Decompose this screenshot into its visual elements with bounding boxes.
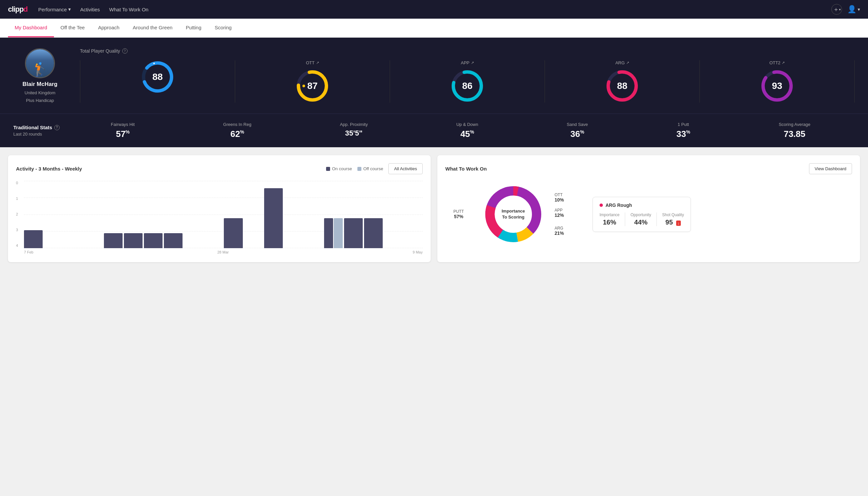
arg-score-number: 88 bbox=[617, 81, 627, 91]
bar-on-6 bbox=[144, 233, 162, 248]
bar-group-19 bbox=[404, 247, 423, 248]
top-navigation: clippd Performance ▾ Activities What To … bbox=[0, 0, 868, 19]
svg-point-10 bbox=[621, 71, 624, 73]
x-label-feb: 7 Feb bbox=[24, 250, 33, 254]
on-course-dot bbox=[326, 167, 330, 171]
arg-ring: 88 bbox=[605, 69, 639, 103]
chevron-down-icon: ▾ bbox=[839, 7, 841, 11]
bar-group-16 bbox=[344, 218, 363, 248]
y-axis: 4 3 2 1 0 bbox=[16, 181, 18, 248]
donut-section: PUTT 57% Importance To Scoring bbox=[445, 181, 852, 248]
bar-group-9 bbox=[204, 247, 222, 248]
plus-icon: ＋ bbox=[833, 5, 839, 13]
activity-controls: On course Off course All Activities bbox=[326, 163, 423, 174]
bar-off-15 bbox=[334, 218, 343, 248]
tab-around-the-green[interactable]: Around the Green bbox=[126, 19, 179, 37]
all-activities-button[interactable]: All Activities bbox=[388, 163, 423, 174]
activity-card: Activity - 3 Months - Weekly On course O… bbox=[8, 155, 431, 262]
help-icon[interactable]: ? bbox=[122, 48, 128, 53]
stat-up-down-label: Up & Down bbox=[456, 122, 478, 127]
bar-group-2 bbox=[64, 247, 83, 248]
nav-links: Performance ▾ Activities What To Work On bbox=[38, 5, 821, 14]
x-label-mar: 28 Mar bbox=[217, 250, 228, 254]
bottom-section: Activity - 3 Months - Weekly On course O… bbox=[0, 147, 868, 270]
bar-empty-3 bbox=[84, 247, 102, 248]
bar-group-0 bbox=[24, 230, 43, 248]
x-axis: 7 Feb 28 Mar 9 May bbox=[16, 250, 423, 254]
bar-group-12 bbox=[264, 188, 283, 248]
ott-label: OTT ↗ bbox=[306, 60, 319, 65]
activity-title: Activity - 3 Months - Weekly bbox=[16, 166, 82, 172]
app-score-number: 86 bbox=[462, 81, 472, 91]
app-ring: 86 bbox=[451, 69, 484, 103]
add-button[interactable]: ＋ ▾ bbox=[831, 4, 842, 15]
profile-name: Blair McHarg bbox=[23, 81, 58, 88]
bar-empty-18 bbox=[384, 247, 403, 248]
stat-up-down-value: 45% bbox=[456, 129, 478, 139]
score-ott: OTT ↗ 87 bbox=[235, 60, 390, 103]
bar-group-11 bbox=[244, 247, 263, 248]
putt-arrow-icon: ↗ bbox=[782, 61, 785, 65]
bar-empty-9 bbox=[204, 247, 222, 248]
bar-on-4 bbox=[104, 233, 123, 248]
tab-scoring[interactable]: Scoring bbox=[208, 19, 238, 37]
bar-group-13 bbox=[284, 247, 303, 248]
bar-group-4 bbox=[104, 233, 123, 248]
logo[interactable]: clippd bbox=[8, 5, 28, 14]
down-badge: ↓ bbox=[676, 220, 681, 226]
shot-quality-value: 95 ↓ bbox=[662, 218, 684, 226]
profile-country: United Kingdom bbox=[25, 90, 56, 95]
legend-on-course: On course bbox=[326, 166, 352, 171]
total-score-number: 88 bbox=[152, 72, 162, 82]
putt-label: OTT2 ↗ bbox=[769, 60, 785, 65]
nav-performance[interactable]: Performance ▾ bbox=[38, 5, 71, 14]
bar-on-12 bbox=[264, 188, 283, 248]
nav-what-to-work-on[interactable]: What To Work On bbox=[109, 5, 148, 14]
chart-area: 4 3 2 1 0 bbox=[16, 181, 423, 248]
ott-arrow-icon: ↗ bbox=[316, 61, 319, 65]
profile-handicap: Plus Handicap bbox=[26, 98, 54, 103]
work-title: What To Work On bbox=[445, 166, 487, 172]
stat-greens-label: Greens In Reg bbox=[223, 122, 251, 127]
bars-group bbox=[24, 188, 423, 248]
tab-approach[interactable]: Approach bbox=[91, 19, 126, 37]
tab-my-dashboard[interactable]: My Dashboard bbox=[8, 19, 54, 37]
stat-sand-save: Sand Save 36% bbox=[567, 122, 588, 139]
tab-off-the-tee[interactable]: Off the Tee bbox=[54, 19, 92, 37]
user-menu-button[interactable]: 👤 ▾ bbox=[847, 5, 860, 14]
opportunity-metric: Opportunity 44% bbox=[631, 213, 651, 226]
trad-help-icon[interactable]: ? bbox=[54, 125, 60, 130]
score-total: 88 bbox=[80, 60, 235, 103]
stat-scoring-avg: Scoring Average 73.85 bbox=[779, 122, 810, 139]
bar-group-5 bbox=[124, 233, 143, 248]
chevron-down-icon: ▾ bbox=[858, 7, 860, 12]
work-card-header: What To Work On View Dashboard bbox=[445, 163, 852, 174]
nav-activities[interactable]: Activities bbox=[80, 5, 100, 14]
importance-metric: Importance 16% bbox=[600, 213, 619, 226]
score-arg: ARG ↗ 88 bbox=[545, 60, 700, 103]
trad-title-section: Traditional Stats ? Last 20 rounds bbox=[13, 125, 67, 137]
bar-on-10 bbox=[224, 218, 242, 248]
shot-quality-metric: Shot Quality 95 ↓ bbox=[662, 213, 684, 226]
metric-separator-2 bbox=[657, 213, 657, 226]
bar-group-15 bbox=[324, 218, 343, 248]
total-ring: 88 bbox=[141, 60, 174, 94]
bar-group-8 bbox=[184, 247, 203, 248]
score-putt: OTT2 ↗ 93 bbox=[700, 60, 855, 103]
bar-group-10 bbox=[224, 218, 242, 248]
donut-center-label: Importance To Scoring bbox=[502, 208, 525, 220]
stat-1putt: 1 Putt 33% bbox=[677, 122, 690, 139]
app-outer-label: APP 12% bbox=[555, 208, 585, 218]
ott-score-number: 87 bbox=[307, 81, 317, 91]
pink-dot-icon bbox=[600, 203, 603, 207]
x-label-may: 9 May bbox=[413, 250, 423, 254]
view-dashboard-button[interactable]: View Dashboard bbox=[809, 163, 852, 174]
bar-on-0 bbox=[24, 230, 43, 248]
tab-putting[interactable]: Putting bbox=[179, 19, 208, 37]
stat-sand-label: Sand Save bbox=[567, 122, 588, 127]
putt-ring: 93 bbox=[760, 69, 794, 103]
stat-app-prox-label: App. Proximity bbox=[340, 122, 368, 127]
bar-empty-8 bbox=[184, 247, 203, 248]
ott-outer-label: OTT 10% bbox=[555, 192, 585, 203]
bar-chart: 4 3 2 1 0 7 Feb 28 Mar bbox=[16, 181, 423, 254]
